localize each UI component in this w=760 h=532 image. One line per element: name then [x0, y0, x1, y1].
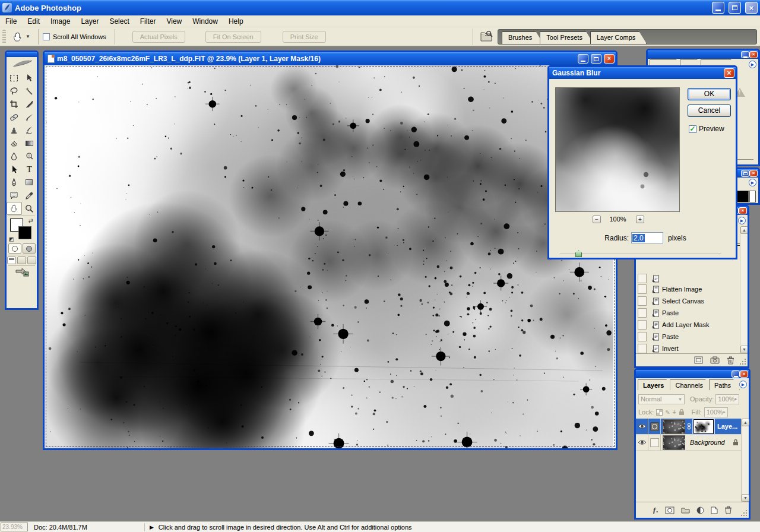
well-tab-brushes[interactable]: Brushes: [502, 31, 543, 44]
quick-mask-mode-button[interactable]: [23, 243, 36, 254]
history-source-well[interactable]: [638, 344, 647, 353]
magic-wand-tool[interactable]: [22, 84, 37, 97]
palette-a-minimize-button[interactable]: [741, 51, 749, 58]
marquee-tool[interactable]: [7, 71, 22, 84]
history-row[interactable]: Flatten Image: [636, 283, 740, 295]
slider-thumb[interactable]: [575, 250, 582, 257]
layers-resize-grip[interactable]: [740, 509, 748, 517]
layer-thumbnail[interactable]: [663, 419, 685, 434]
new-snapshot-button[interactable]: [710, 356, 720, 364]
history-close-button[interactable]: ×: [739, 207, 747, 214]
visibility-well[interactable]: [636, 435, 648, 451]
delete-layer-button[interactable]: [724, 506, 732, 514]
history-row[interactable]: Add Layer Mask: [636, 319, 740, 331]
adjustment-layer-button[interactable]: [696, 506, 704, 514]
layers-scroll-up[interactable]: ▲: [742, 419, 749, 426]
fit-on-screen-button[interactable]: Fit On Screen: [205, 31, 261, 43]
restore-button[interactable]: [729, 2, 741, 14]
pen-tool[interactable]: [7, 176, 22, 189]
crop-tool[interactable]: [7, 97, 22, 110]
lock-all-icon[interactable]: [679, 408, 685, 416]
fill-field[interactable]: 100%▸: [704, 407, 728, 417]
layers-title-bar[interactable]: ×: [636, 370, 749, 378]
history-row[interactable]: Paste: [636, 331, 740, 343]
layers-minimize-button[interactable]: [732, 370, 740, 378]
palette-a-title-bar[interactable]: ×: [648, 50, 758, 59]
new-layer-button[interactable]: [711, 506, 718, 514]
menu-filter[interactable]: Filter: [135, 16, 162, 27]
close-button[interactable]: ×: [745, 2, 758, 14]
print-size-button[interactable]: Print Size: [283, 31, 326, 43]
lasso-tool[interactable]: [7, 84, 22, 97]
doc-minimize-button[interactable]: [578, 54, 588, 64]
preview-checkbox[interactable]: ✓ Preview: [689, 125, 724, 133]
checkbox-check-icon[interactable]: ✓: [689, 125, 696, 133]
standard-screen-button[interactable]: [7, 256, 16, 264]
layer-thumbnail[interactable]: [663, 435, 685, 450]
eraser-tool[interactable]: [7, 137, 22, 150]
dodge-tool[interactable]: [22, 150, 37, 163]
menu-layer[interactable]: Layer: [75, 16, 104, 27]
gradient-tool[interactable]: [22, 137, 37, 150]
layers-scrollbar[interactable]: ▲ ▼: [741, 419, 749, 502]
lock-paint-icon[interactable]: ✎: [665, 409, 670, 416]
layers-close-button[interactable]: ×: [740, 370, 748, 378]
mask-link-well[interactable]: [648, 419, 661, 435]
palette-b-close-button[interactable]: ×: [749, 170, 758, 177]
add-layer-mask-button[interactable]: [665, 506, 674, 514]
default-colors-icon[interactable]: ◩: [9, 236, 14, 242]
background-color[interactable]: [18, 226, 31, 239]
layer-mask-thumbnail[interactable]: [694, 419, 714, 434]
menu-window[interactable]: Window: [187, 16, 223, 27]
history-menu-button[interactable]: ▶: [738, 217, 746, 224]
history-source-well[interactable]: [638, 296, 647, 306]
new-document-from-state-button[interactable]: [694, 356, 703, 364]
options-grip[interactable]: [2, 30, 6, 44]
delete-state-button[interactable]: [727, 356, 734, 365]
actual-pixels-button[interactable]: Actual Pixels: [132, 31, 185, 43]
history-row[interactable]: Paste: [636, 307, 740, 319]
history-resize-grip[interactable]: [739, 358, 746, 365]
history-scroll-up[interactable]: ▲: [740, 226, 748, 234]
dialog-title-bar[interactable]: Gaussian Blur ×: [549, 67, 736, 79]
layers-menu-button[interactable]: ▶: [739, 381, 747, 388]
fullscreen-button[interactable]: [27, 256, 36, 264]
palette-a-menu-button[interactable]: ▶: [749, 61, 756, 68]
mask-link-icon[interactable]: [686, 423, 692, 430]
lock-move-icon[interactable]: +: [673, 409, 676, 416]
type-tool[interactable]: T: [22, 163, 37, 176]
history-row[interactable]: Select Canvas: [636, 295, 740, 307]
history-scroll-down[interactable]: ▼: [740, 346, 748, 353]
toolbox-title-bar[interactable]: [7, 52, 37, 57]
link-well[interactable]: [648, 435, 661, 451]
checkbox-box[interactable]: [43, 33, 50, 40]
history-row-clipped[interactable]: [636, 273, 740, 284]
well-tab-layer-comps[interactable]: Layer Comps: [590, 31, 647, 44]
minimize-button[interactable]: [712, 2, 724, 14]
scroll-all-windows-checkbox[interactable]: Scroll All Windows: [43, 33, 106, 40]
doc-maximize-button[interactable]: [591, 54, 601, 64]
radius-input[interactable]: 2.0: [631, 232, 663, 243]
doc-close-button[interactable]: ×: [604, 54, 615, 64]
eyedropper-tool[interactable]: [22, 189, 37, 202]
preview-zoom-out-button[interactable]: −: [593, 216, 601, 223]
status-arrow-icon[interactable]: ▶: [150, 524, 154, 530]
notes-tool[interactable]: [7, 189, 22, 202]
blend-mode-select[interactable]: Normal▼: [638, 394, 685, 404]
menu-edit[interactable]: Edit: [22, 16, 45, 27]
layer-name[interactable]: Laye...: [717, 423, 737, 430]
move-tool[interactable]: [22, 71, 37, 84]
layer-style-button[interactable]: ƒ.: [653, 505, 658, 515]
layers-scroll-down[interactable]: ▼: [742, 494, 749, 502]
history-source-well[interactable]: [638, 332, 647, 341]
tab-paths[interactable]: Paths: [709, 379, 740, 390]
toolbox-logo[interactable]: [7, 57, 37, 71]
dialog-close-button[interactable]: ×: [724, 68, 734, 78]
menu-image[interactable]: Image: [45, 16, 75, 27]
palette-b-restore-button[interactable]: [741, 170, 749, 177]
brush-tool[interactable]: [22, 110, 37, 124]
history-source-well[interactable]: [638, 320, 647, 330]
edit-in-imageready-button[interactable]: [15, 267, 29, 277]
layer-row-background[interactable]: Background: [636, 435, 741, 451]
zoom-tool[interactable]: [22, 202, 37, 215]
